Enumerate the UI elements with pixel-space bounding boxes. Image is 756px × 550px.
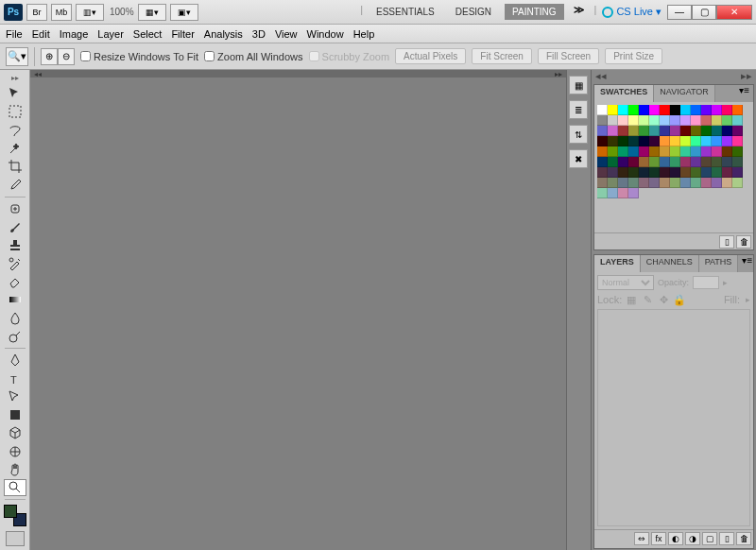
swatch[interactable] [712, 157, 722, 167]
minimize-button[interactable]: — [667, 5, 692, 20]
foreground-color[interactable] [4, 505, 17, 518]
swatch[interactable] [701, 115, 712, 126]
pen-tool[interactable] [4, 352, 26, 369]
eraser-tool[interactable] [4, 273, 26, 290]
close-button[interactable]: ✕ [716, 5, 752, 20]
zoom-tool[interactable] [4, 479, 26, 496]
workspace-expand[interactable]: ≫ [570, 4, 589, 20]
swatch[interactable] [732, 105, 743, 115]
swatch[interactable] [722, 178, 732, 188]
hand-tool[interactable] [4, 461, 26, 478]
new-layer-button[interactable]: ▯ [719, 532, 734, 545]
swatch[interactable] [628, 136, 639, 146]
cs-live-button[interactable]: CS Live ▾ [602, 6, 662, 18]
swatch[interactable] [712, 136, 722, 146]
history-brush-tool[interactable] [4, 255, 26, 272]
swatch[interactable] [680, 157, 691, 167]
lock-pixels-icon[interactable]: ✎ [641, 293, 654, 306]
swatch[interactable] [722, 126, 732, 136]
swatch[interactable] [608, 115, 618, 126]
type-tool[interactable]: T [4, 370, 26, 387]
resize-windows-checkbox[interactable]: Resize Windows To Fit [80, 51, 198, 62]
swatch[interactable] [670, 115, 680, 126]
swatch[interactable] [732, 126, 743, 136]
swatch[interactable] [639, 115, 649, 126]
tab-swatches[interactable]: SWATCHES [594, 85, 654, 102]
layer-style-button[interactable]: fx [651, 532, 666, 545]
tab-layers[interactable]: LAYERS [594, 255, 641, 272]
swatch[interactable] [660, 136, 670, 146]
swatch[interactable] [722, 105, 732, 115]
swatch[interactable] [639, 126, 649, 136]
swatch[interactable] [670, 167, 680, 178]
swatch[interactable] [597, 146, 608, 157]
swatch[interactable] [649, 178, 660, 188]
panel-menu-icon[interactable]: ▾≡ [735, 85, 753, 102]
swatch[interactable] [670, 126, 680, 136]
swatch[interactable] [670, 136, 680, 146]
tab-paths[interactable]: PATHS [699, 255, 739, 272]
swatch[interactable] [691, 105, 701, 115]
swatch[interactable] [628, 126, 639, 136]
swatch[interactable] [628, 167, 639, 178]
swatch[interactable] [722, 167, 732, 178]
crop-tool[interactable] [4, 158, 26, 175]
swatch[interactable] [680, 126, 691, 136]
menu-filter[interactable]: Filter [171, 28, 194, 40]
swatch[interactable] [628, 188, 639, 198]
swatch[interactable] [618, 178, 628, 188]
swatch[interactable] [660, 157, 670, 167]
adjustment-layer-button[interactable]: ◑ [685, 532, 700, 545]
swatch[interactable] [597, 115, 608, 126]
marquee-tool[interactable] [4, 103, 26, 120]
bridge-button[interactable]: Br [26, 4, 47, 21]
actual-pixels-button[interactable]: Actual Pixels [395, 48, 466, 64]
swatch[interactable] [701, 178, 712, 188]
swatch[interactable] [691, 167, 701, 178]
swatch[interactable] [649, 167, 660, 178]
swatch[interactable] [639, 136, 649, 146]
lock-transparency-icon[interactable]: ▦ [625, 293, 638, 306]
opacity-field[interactable] [693, 276, 719, 289]
swatch[interactable] [701, 105, 712, 115]
swatch[interactable] [660, 178, 670, 188]
fit-screen-button[interactable]: Fit Screen [472, 48, 532, 64]
swatch[interactable] [608, 126, 618, 136]
swatch[interactable] [701, 157, 712, 167]
swatch[interactable] [639, 146, 649, 157]
swatch[interactable] [649, 146, 660, 157]
swatch[interactable] [649, 126, 660, 136]
swatch[interactable] [618, 157, 628, 167]
blend-mode-select[interactable]: Normal [597, 275, 654, 290]
swatch[interactable] [722, 115, 732, 126]
lock-all-icon[interactable]: 🔒 [673, 293, 686, 306]
3d-camera-tool[interactable] [4, 443, 26, 460]
swatch[interactable] [597, 188, 608, 198]
lock-position-icon[interactable]: ✥ [657, 293, 670, 306]
swatch[interactable] [660, 146, 670, 157]
swatch[interactable] [639, 105, 649, 115]
menu-edit[interactable]: Edit [32, 28, 50, 40]
swatch[interactable] [597, 157, 608, 167]
tab-channels[interactable]: CHANNELS [641, 255, 699, 272]
tab-navigator[interactable]: NAVIGATOR [654, 85, 715, 102]
zoom-level[interactable]: 100% [110, 7, 134, 17]
swatch[interactable] [701, 126, 712, 136]
swatch[interactable] [639, 157, 649, 167]
swatch[interactable] [680, 105, 691, 115]
swatch[interactable] [628, 178, 639, 188]
zoom-in-icon[interactable]: ⊕ [41, 48, 58, 65]
blur-tool[interactable] [4, 310, 26, 327]
dock-brush-icon[interactable]: ≣ [569, 100, 588, 119]
dodge-tool[interactable] [4, 328, 26, 345]
swatch[interactable] [618, 105, 628, 115]
dock-brush-presets-icon[interactable]: ⇅ [569, 125, 588, 144]
swatch[interactable] [670, 157, 680, 167]
swatch[interactable] [660, 126, 670, 136]
swatch[interactable] [712, 146, 722, 157]
dock-minibridge-icon[interactable]: ▦ [569, 76, 588, 95]
brush-tool[interactable] [4, 218, 26, 235]
swatch[interactable] [628, 115, 639, 126]
swatch[interactable] [701, 136, 712, 146]
swatch[interactable] [732, 167, 743, 178]
